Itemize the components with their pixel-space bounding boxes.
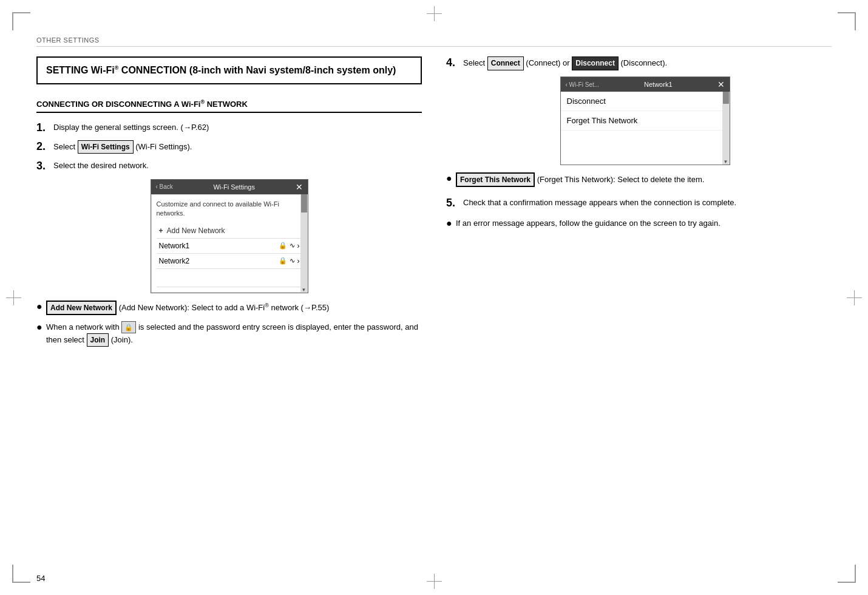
- network1-lock-icon: 🔒: [279, 242, 287, 250]
- step-1-number: 1.: [36, 121, 53, 135]
- bullet-error: ● If an error message appears, follow th…: [446, 217, 832, 231]
- wifi-mockup-body: Customize and connect to available Wi-Fi…: [151, 194, 308, 293]
- bullet-password-text: When a network with 🔒 is selected and th…: [46, 321, 422, 347]
- network2-lock-icon: 🔒: [279, 257, 287, 265]
- network1-mockup-window: ‹ Wi-Fi Set... Network1 ✕ ▼ Disconnect: [560, 76, 730, 165]
- bullet-forget-network: ● Forget This Network (Forget This Netwo…: [446, 172, 832, 187]
- subsection-title: CONNECTING OR DISCONNECTING A Wi-Fi® NET…: [36, 99, 422, 112]
- step-4-content: Select Connect (Connect) or Disconnect (…: [463, 56, 832, 70]
- reg-mark-br: [838, 565, 856, 583]
- network1-row[interactable]: Network1 🔒 ∿ ›: [157, 239, 302, 254]
- disconnect-menu-item[interactable]: Disconnect: [561, 92, 730, 111]
- step-3-content: Select the desired network.: [53, 160, 422, 172]
- network2-icons: 🔒 ∿ ›: [279, 257, 300, 265]
- page-number: 54: [36, 574, 45, 583]
- network1-header-title: Network1: [644, 81, 672, 88]
- bullet-dot-2: ●: [36, 320, 46, 335]
- section-label: OTHER SETTINGS: [36, 36, 832, 47]
- step-2-content: Select Wi-Fi Settings (Wi-Fi Settings).: [53, 140, 422, 154]
- join-button[interactable]: Join: [87, 333, 109, 347]
- forget-network-button[interactable]: Forget This Network: [456, 172, 535, 187]
- bullet-error-text: If an error message appears, follow the …: [456, 217, 832, 229]
- step-4: 4. Select Connect (Connect) or Disconnec…: [446, 56, 832, 70]
- step-5-content: Check that a confirmation message appear…: [463, 197, 832, 209]
- lock-inline-icon: 🔒: [121, 321, 136, 334]
- reg-mark-tr: [838, 12, 856, 30]
- network1-name: Network1: [159, 242, 190, 250]
- network1-header-close[interactable]: ✕: [717, 80, 725, 89]
- wifi-mockup-close[interactable]: ✕: [296, 182, 303, 192]
- wifi-settings-button[interactable]: Wi-Fi Settings: [78, 140, 134, 154]
- step-3-number: 3.: [36, 160, 53, 173]
- bullet-add-network-text: Add New Network (Add New Network): Selec…: [46, 301, 422, 315]
- network1-mockup-container: ‹ Wi-Fi Set... Network1 ✕ ▼ Disconnect: [560, 76, 718, 165]
- step4-bullets: ● Forget This Network (Forget This Netwo…: [446, 172, 832, 187]
- add-network-row[interactable]: + Add New Network: [157, 223, 302, 239]
- reg-mark-bl: [12, 565, 30, 583]
- plus-icon: +: [159, 226, 163, 235]
- network1-header-back[interactable]: ‹ Wi-Fi Set...: [566, 81, 600, 88]
- left-column: SETTING Wi-Fi® CONNECTION (8-inch with N…: [36, 56, 422, 353]
- wifi-mockup-scrollbar[interactable]: ▼: [300, 194, 308, 293]
- wifi-mockup-window: ‹ Back Wi-Fi Settings ✕ Customize and co…: [151, 179, 308, 293]
- bullet-dot-3: ●: [446, 171, 456, 186]
- wifi-mockup-back[interactable]: ‹ Back: [156, 183, 173, 190]
- network2-wifi-icon: ∿: [290, 257, 295, 265]
- wifi-mockup-scrollbar-thumb: [301, 194, 307, 212]
- network1-scroll-arrow-down: ▼: [724, 159, 728, 165]
- disconnect-button[interactable]: Disconnect: [572, 56, 619, 70]
- bullet-forget-text: Forget This Network (Forget This Network…: [456, 172, 832, 187]
- step-3: 3. Select the desired network.: [36, 160, 422, 173]
- step-5: 5. Check that a confirmation message app…: [446, 197, 832, 210]
- step-1-content: Display the general settings screen. (→P…: [53, 121, 422, 134]
- network1-icons: 🔒 ∿ ›: [279, 242, 300, 250]
- step3-bullets: ● Add New Network (Add New Network): Sel…: [36, 301, 422, 347]
- bullet-dot-1: ●: [36, 299, 46, 314]
- wifi-mockup-header: ‹ Back Wi-Fi Settings ✕: [151, 180, 308, 194]
- step-2-number: 2.: [36, 140, 53, 154]
- page-title: SETTING Wi-Fi® CONNECTION (8-inch with N…: [46, 64, 412, 77]
- wifi-mockup-desc: Customize and connect to available Wi-Fi…: [157, 200, 302, 219]
- network1-scrollbar[interactable]: ▼: [722, 92, 730, 165]
- bullet-password: ● When a network with 🔒 is selected and …: [36, 321, 422, 347]
- reg-mark-tl: [12, 12, 30, 30]
- bullet-dot-4: ●: [446, 216, 456, 231]
- connect-button[interactable]: Connect: [487, 56, 524, 70]
- wifi-settings-mockup: ‹ Back Wi-Fi Settings ✕ Customize and co…: [151, 179, 308, 293]
- network2-name: Network2: [159, 257, 190, 265]
- scrollbar-arrow-down: ▼: [302, 287, 307, 293]
- network1-scrollbar-thumb: [723, 92, 729, 104]
- step-5-number: 5.: [446, 197, 463, 210]
- network1-arrow: ›: [297, 242, 300, 250]
- add-new-network-button[interactable]: Add New Network: [46, 301, 117, 315]
- network2-row[interactable]: Network2 🔒 ∿ ›: [157, 254, 302, 269]
- wifi-mockup-title: Wi-Fi Settings: [213, 183, 254, 191]
- step5-bullets: ● If an error message appears, follow th…: [446, 217, 832, 231]
- step-1: 1. Display the general settings screen. …: [36, 121, 422, 135]
- forget-network-menu-item[interactable]: Forget This Network: [561, 111, 730, 131]
- network2-arrow: ›: [297, 257, 300, 265]
- right-column: 4. Select Connect (Connect) or Disconnec…: [446, 56, 832, 353]
- step-2: 2. Select Wi-Fi Settings (Wi-Fi Settings…: [36, 140, 422, 154]
- title-box: SETTING Wi-Fi® CONNECTION (8-inch with N…: [36, 56, 422, 84]
- network1-mockup-header: ‹ Wi-Fi Set... Network1 ✕: [561, 77, 730, 92]
- step-4-number: 4.: [446, 56, 463, 70]
- add-network-label: Add New Network: [167, 226, 225, 235]
- bullet-add-network: ● Add New Network (Add New Network): Sel…: [36, 301, 422, 315]
- network1-menu: ▼ Disconnect Forget This Network: [561, 92, 730, 161]
- network1-wifi-icon: ∿: [290, 242, 295, 250]
